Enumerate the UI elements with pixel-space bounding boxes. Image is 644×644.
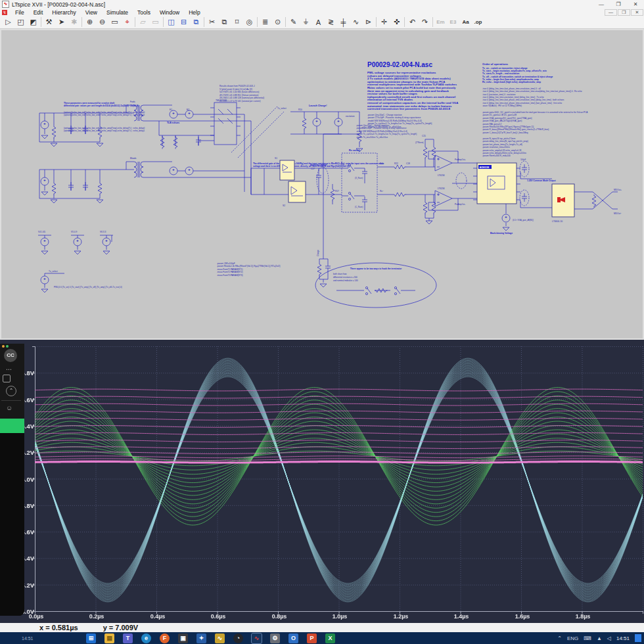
ellipse-line-1: both share how [333,273,347,275]
cc-badge[interactable]: CC [4,349,17,362]
drag-button[interactable]: ✜ [390,16,403,28]
param-directives-right: .param gain=1000 ; DC_gain0 is excluded … [482,111,588,134]
rx-switch-label: Rx switch [349,149,360,152]
inductor-button[interactable]: ∿ [350,16,362,28]
child-restore-button[interactable]: ❐ [618,9,630,16]
print-button[interactable]: ≣ [259,16,271,28]
taskbar-firefox[interactable]: F [160,633,170,643]
menu-edit[interactable]: Edit [29,9,48,16]
close-button[interactable]: ✕ [627,1,644,7]
network-icon[interactable]: ▲ [597,635,602,641]
tile-vertical-button[interactable]: ◫ [165,16,177,28]
notification-button[interactable] [635,634,641,642]
taskbar-powerpoint[interactable]: P [307,633,317,643]
taskbar-ltspice[interactable]: ∿ [252,633,262,643]
ground-button[interactable]: ⏚ [300,16,312,28]
ref-r22: R22 [394,162,398,165]
menu-bar: ↯ File Edit Hierarchy View Simulate Tool… [0,9,644,16]
menu-help[interactable]: Help [184,9,204,16]
child-minimize-button[interactable]: — [605,9,617,16]
move-button[interactable]: ✛ [378,16,390,28]
language-indicator[interactable]: ENG [567,635,578,641]
menu-view[interactable]: View [81,9,102,16]
acquire-charge-label: Acquire Charge! [310,164,327,166]
tile-horizontal-button[interactable]: ⊟ [177,16,190,28]
menu-file[interactable]: File [11,9,29,16]
rail-1: V4 1.65 [38,231,45,233]
schematic-pane[interactable]: P00029-02-004-N.asc PWL voltage sources … [0,29,644,340]
copy-button[interactable]: ⧉ [218,16,231,28]
tray-caret-icon[interactable]: ⌃ [557,635,562,641]
taskbar-teams[interactable]: T [123,633,133,643]
taskbar-viewer[interactable]: ∿ [215,633,225,643]
redo-button[interactable]: ↷ [419,16,431,28]
taskbar-file-explorer[interactable]: ▤ [104,633,114,643]
overlay-panel [0,433,24,616]
taskbar-utility[interactable]: ✦ [196,633,206,643]
text-button[interactable]: Aa [459,16,472,28]
clock[interactable]: 14:51 [616,635,630,641]
capacitor-button[interactable]: ╪ [337,16,350,28]
taskbar-clock-app[interactable]: ◔ [233,633,243,643]
halt-button[interactable]: ✱ [68,16,80,28]
taskbar-edge[interactable]: e [141,633,151,643]
ref-c15: C15 [422,135,426,137]
taskbar-settings[interactable]: ⚙ [270,633,280,643]
touch-keyboard-icon[interactable]: ⌨ [584,635,591,641]
overlay-green-button[interactable] [0,419,24,433]
chat-icon[interactable]: ☺ [6,404,12,411]
overlay-divider [1,400,21,401]
menu-tools[interactable]: Tools [133,9,155,16]
maximize-button[interactable]: ❐ [610,1,627,7]
undo-button[interactable]: ↶ [406,16,419,28]
collapse-icon[interactable]: ⌃ [6,386,16,396]
find-button[interactable]: ◎ [243,16,256,28]
ellipse-line-3: and nominal midvalue = 140 [333,279,358,282]
menu-simulate[interactable]: Simulate [102,9,133,16]
vga-label: AD8338 [480,166,490,169]
cascade-button[interactable]: ⧉ [190,16,202,28]
wire-button[interactable]: ✎ [287,16,300,28]
ref-rterm: (2*Rterm) [415,141,424,144]
pan-button[interactable]: ▱ [137,16,149,28]
resistor-button[interactable]: ≷ [325,16,337,28]
control-panel-button[interactable]: ⚒ [43,16,55,28]
print-preview-button[interactable]: ⊙ [271,16,284,28]
app-icon: ∿ [2,1,9,8]
menu-hierarchy[interactable]: Hierarchy [47,9,80,16]
filter-label: LT6600-10 [552,220,563,223]
more-options-icon[interactable]: ⋯ [6,366,12,373]
ellipse-line-2: differential resistance = 300 [333,276,357,279]
zoom-out-button[interactable]: ⊖ [96,16,108,28]
run-button[interactable]: ➤ [55,16,68,28]
meas-em-button[interactable]: Em [434,16,447,28]
diode-button[interactable]: ⊳ [362,16,375,28]
waveform-pane[interactable]: 6.8V 6.6V 6.4V 6.2V 6.0V 5.8V 5.6V 5.4V … [0,340,644,623]
zoom-extents-button[interactable]: ⌖ [121,16,133,28]
taskbar-terminal[interactable]: ▣ [178,633,188,643]
stop-icon[interactable] [3,375,11,382]
menu-window[interactable]: Window [155,9,184,16]
zoom-area-button[interactable]: ▭ [108,16,121,28]
paste-button[interactable]: ⌑ [231,16,243,28]
spice-directive-button[interactable]: .op [472,16,484,28]
save-button[interactable]: ◩ [27,16,39,28]
overlay-app-strip: CC ⋯ ⌃ ☺ [0,344,24,616]
open-button[interactable]: ◰ [14,16,27,28]
tlb-echoes-label: TLB echoes [167,122,179,124]
meas-e3-button[interactable]: E3 [447,16,459,28]
net-label-button[interactable]: A [312,16,325,28]
taskbar-excel[interactable]: X [325,633,335,643]
waveform-plot[interactable] [0,340,644,623]
minimize-button[interactable]: — [593,1,610,7]
zoom-in-button[interactable]: ⊕ [83,16,96,28]
child-close-button[interactable]: ✕ [631,9,643,16]
taskbar-start-button[interactable]: ⊞ [86,633,96,643]
volume-icon[interactable]: ◁ [607,635,611,641]
out-minus-label: MDOut− [614,212,622,215]
taskbar-outlook[interactable]: O [288,633,298,643]
cut-button[interactable]: ✂ [206,16,218,28]
new-schematic-button[interactable]: ▷ [2,16,14,28]
schematic-canvas[interactable]: P00029-02-004-N.asc PWL voltage sources … [1,30,643,338]
autoscale-button[interactable]: ▭ [149,16,162,28]
